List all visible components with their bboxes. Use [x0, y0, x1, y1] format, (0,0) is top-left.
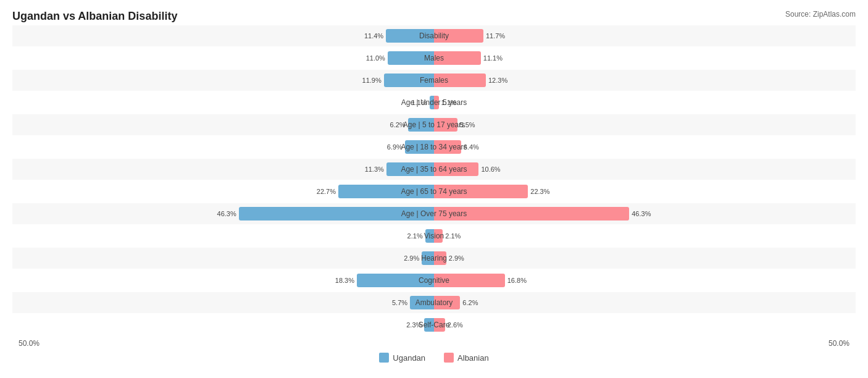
right-bar: 12.3% — [434, 74, 486, 87]
axis-row: 50.0% 50.0% — [12, 339, 856, 348]
left-bar: 2.1% — [425, 229, 434, 243]
left-value: 2.9% — [404, 254, 422, 262]
axis-right: 50.0% — [434, 339, 856, 348]
right-value: 1.1% — [439, 99, 457, 106]
left-bar: 1.1% — [430, 96, 435, 109]
left-bar: 2.3% — [424, 318, 434, 332]
left-value: 2.3% — [406, 321, 424, 329]
right-value: 46.3% — [629, 210, 651, 217]
right-bar: 46.3% — [434, 207, 629, 220]
chart-row: 2.9% Hearing 2.9% — [12, 248, 856, 269]
left-value: 22.7% — [317, 188, 338, 195]
left-value: 1.1% — [411, 99, 429, 106]
right-bar: 22.3% — [434, 185, 528, 198]
left-bar: 5.7% — [410, 296, 434, 309]
right-value: 22.3% — [528, 188, 549, 195]
chart-row: 1.1% Age | Under 5 years 1.1% — [12, 92, 856, 113]
right-bar: 2.6% — [434, 318, 445, 332]
chart-rows: 11.4% Disability 11.7% 11.0% Males 11.1% — [12, 25, 856, 335]
axis-left: 50.0% — [12, 339, 434, 348]
ugandan-color-box — [379, 353, 389, 363]
chart-row: 11.9% Females 12.3% — [12, 70, 856, 91]
right-bar: 1.1% — [434, 96, 439, 109]
ugandan-label: Ugandan — [393, 353, 425, 363]
left-bar: 11.3% — [386, 162, 434, 176]
source-label: Source: ZipAtlas.com — [785, 10, 856, 19]
left-bar: 11.9% — [384, 74, 434, 87]
legend-albanian: Albanian — [444, 353, 489, 363]
right-bar: 2.1% — [434, 229, 443, 243]
left-bar: 6.2% — [408, 118, 434, 132]
right-value: 2.6% — [445, 321, 463, 329]
right-value: 6.4% — [461, 143, 479, 151]
right-value: 11.1% — [481, 54, 503, 62]
right-bar: 11.1% — [434, 51, 481, 65]
left-value: 2.1% — [407, 232, 425, 240]
left-bar: 46.3% — [239, 207, 434, 220]
chart-row: 5.7% Ambulatory 6.2% — [12, 292, 856, 313]
right-bar: 10.6% — [434, 162, 478, 176]
left-value: 11.0% — [366, 54, 388, 62]
albanian-label: Albanian — [457, 353, 489, 363]
chart-row: 2.1% Vision 2.1% — [12, 225, 856, 246]
right-bar: 5.5% — [434, 118, 457, 132]
right-value: 2.9% — [446, 254, 464, 262]
chart-row: 46.3% Age | Over 75 years 46.3% — [12, 203, 856, 224]
chart-row: 22.7% Age | 65 to 74 years 22.3% — [12, 181, 856, 202]
left-value: 46.3% — [217, 210, 239, 217]
right-bar: 16.8% — [434, 274, 505, 287]
right-bar: 11.7% — [434, 29, 483, 43]
legend: Ugandan Albanian — [12, 353, 856, 363]
right-value: 5.5% — [457, 121, 475, 128]
chart-row: 6.2% Age | 5 to 17 years 5.5% — [12, 114, 856, 135]
left-value: 11.4% — [364, 32, 386, 40]
chart-row: 11.0% Males 11.1% — [12, 48, 856, 69]
chart-row: 11.3% Age | 35 to 64 years 10.6% — [12, 159, 856, 180]
left-value: 11.3% — [365, 166, 386, 173]
left-bar: 6.9% — [405, 140, 434, 154]
right-value: 16.8% — [505, 277, 527, 284]
right-bar: 6.4% — [434, 140, 461, 154]
chart-row: 6.9% Age | 18 to 34 years 6.4% — [12, 136, 856, 158]
left-value: 11.9% — [362, 77, 384, 84]
right-value: 10.6% — [478, 166, 500, 173]
left-value: 6.2% — [390, 121, 408, 128]
left-value: 5.7% — [392, 299, 410, 306]
legend-ugandan: Ugandan — [379, 353, 425, 363]
chart-row: 2.3% Self-Care 2.6% — [12, 314, 856, 335]
left-value: 18.3% — [335, 277, 357, 284]
right-value: 6.2% — [460, 299, 478, 306]
chart-title: Ugandan vs Albanian Disability — [12, 10, 177, 23]
left-bar: 22.7% — [338, 185, 434, 198]
right-bar: 2.9% — [434, 251, 446, 265]
chart-container: Ugandan vs Albanian Disability Source: Z… — [12, 10, 856, 363]
right-bar: 6.2% — [434, 296, 460, 309]
right-value: 12.3% — [486, 77, 507, 84]
left-value: 6.9% — [387, 143, 405, 151]
chart-row: 18.3% Cognitive 16.8% — [12, 270, 856, 291]
left-bar: 11.4% — [386, 29, 434, 43]
left-bar: 11.0% — [388, 51, 434, 65]
right-value: 2.1% — [443, 232, 461, 240]
left-bar: 18.3% — [357, 274, 434, 287]
albanian-color-box — [444, 353, 454, 363]
chart-row: 11.4% Disability 11.7% — [12, 25, 856, 46]
right-value: 11.7% — [483, 32, 505, 40]
left-bar: 2.9% — [422, 251, 434, 265]
